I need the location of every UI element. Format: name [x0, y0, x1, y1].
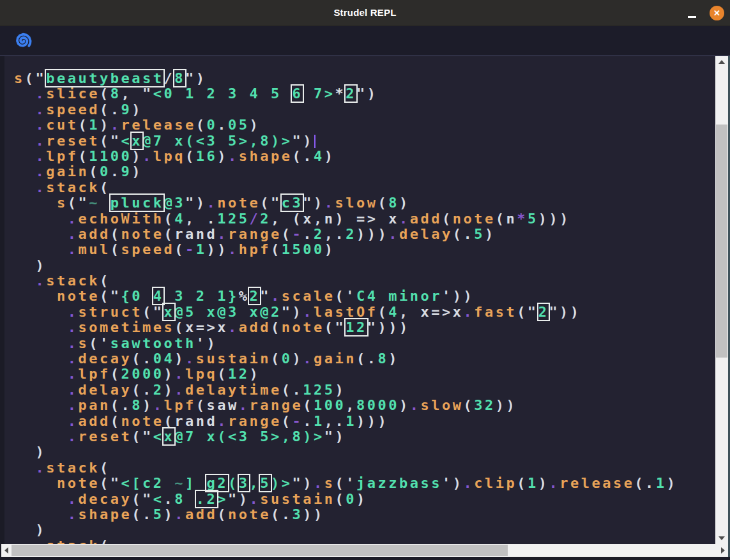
- code-token: 12: [228, 366, 250, 382]
- code-token: [14, 86, 36, 102]
- code-token: (: [89, 163, 100, 179]
- text-cursor: [314, 135, 316, 148]
- code-line[interactable]: .reset("<x@7 x(<3 5>,8)>"): [14, 133, 715, 149]
- code-token: note: [57, 475, 100, 491]
- close-button[interactable]: ✕: [710, 6, 724, 20]
- code-token: scale: [282, 288, 335, 304]
- horizontal-scrollbar[interactable]: [1, 544, 728, 557]
- code-token: 0: [206, 117, 217, 133]
- code-token: >: [217, 491, 228, 507]
- code-token: lpf: [78, 366, 110, 382]
- active-token-highlight: pluck: [110, 195, 164, 211]
- code-line[interactable]: .gain(0.9): [14, 164, 715, 179]
- code-token: 4: [174, 211, 185, 227]
- code-line[interactable]: ): [14, 444, 715, 460]
- code-token: sustain: [196, 351, 271, 367]
- code-token: .: [68, 226, 79, 242]
- code-line[interactable]: note("<[c2 ~] g2(3,5)>").s('jazzbass').c…: [14, 476, 715, 491]
- code-token: (": [25, 70, 47, 86]
- code-token: .: [217, 226, 228, 242]
- scroll-right-arrow-icon[interactable]: [721, 547, 725, 554]
- code-token: shape: [239, 148, 293, 164]
- code-token: (: [217, 366, 228, 382]
- code-token: .: [239, 397, 250, 413]
- code-token: .: [228, 319, 239, 335]
- code-token: gain: [314, 351, 356, 367]
- code-line[interactable]: .mul(speed(-1)).hpf(1500): [14, 242, 715, 257]
- code-token: .: [110, 117, 121, 133]
- code-line[interactable]: .echoWith(4, .125/2, (x,n) => x.add(note…: [14, 211, 715, 227]
- code-line[interactable]: ): [14, 258, 715, 273]
- code-token: (': [335, 288, 356, 304]
- active-token-highlight: 2: [538, 304, 549, 320]
- code-line[interactable]: .pan(.8).lpf(saw.range(100,8000).slow(32…: [14, 398, 715, 413]
- code-line[interactable]: .stack(: [14, 538, 715, 544]
- code-token: <: [121, 133, 132, 149]
- code-line[interactable]: .decay(.04).sustain(0).gain(.8): [14, 351, 715, 367]
- code-token: "): [292, 475, 314, 491]
- code-token: 2: [346, 226, 356, 242]
- scroll-up-arrow-icon[interactable]: [719, 60, 725, 64]
- code-line[interactable]: s("~ pluck@3").note("c3").slow(8): [14, 195, 715, 211]
- scroll-left-arrow-icon[interactable]: [4, 547, 8, 554]
- code-line[interactable]: .reset("<x@7 x(<3 5>,8)>"): [14, 429, 715, 444]
- code-token: note: [217, 195, 260, 211]
- code-line[interactable]: .stack(: [14, 180, 715, 195]
- code-token: (: [228, 475, 239, 491]
- code-line[interactable]: .lpf(1100).lpq(16).shape(.4): [14, 149, 715, 164]
- active-token-highlight: 4: [153, 288, 164, 304]
- code-token: release: [121, 117, 196, 133]
- code-line[interactable]: .speed(.9): [14, 102, 715, 117]
- code-token: 8: [388, 195, 399, 211]
- code-token: .: [68, 366, 79, 382]
- code-line[interactable]: .lpf(2000).lpq(12): [14, 367, 715, 382]
- code-line[interactable]: ): [14, 522, 715, 538]
- code-editor[interactable]: s("beautybeast/8") .slice(8, "<0 1 2 3 4…: [0, 56, 730, 560]
- code-token: .: [142, 148, 153, 164]
- editor-left-edge: [0, 56, 4, 560]
- code-token: 2000: [121, 366, 163, 382]
- code-token: (.: [282, 382, 303, 398]
- code-line[interactable]: .decay("<.8 .2>").sustain(0): [14, 492, 715, 507]
- code-token: (rand: [163, 226, 217, 242]
- code-token: .: [174, 382, 185, 398]
- strudel-logo[interactable]: [13, 31, 33, 50]
- code-area[interactable]: s("beautybeast/8") .slice(8, "<0 1 2 3 4…: [4, 56, 715, 544]
- code-token: .: [36, 148, 47, 164]
- code-token: ): [132, 102, 142, 117]
- code-token: delaytime: [185, 382, 282, 398]
- code-token: [14, 163, 36, 179]
- code-token: .: [36, 538, 47, 544]
- code-line[interactable]: .cut(1).release(0.05): [14, 117, 715, 133]
- code-token: [14, 428, 68, 444]
- code-line[interactable]: .s('sawtooth'): [14, 336, 715, 351]
- active-token-highlight: g2: [206, 475, 228, 491]
- scroll-down-arrow-icon[interactable]: [719, 536, 725, 540]
- code-line[interactable]: .delay(.2).delaytime(.125): [14, 382, 715, 398]
- code-token: .: [303, 304, 314, 320]
- minimize-button[interactable]: [683, 0, 701, 26]
- code-line[interactable]: .struct("x@5 x@3 x@2").lastOf(4, x=>x.fa…: [14, 305, 715, 320]
- code-line[interactable]: .add(note(rand.range(-.1,.1))): [14, 414, 715, 429]
- vertical-scrollbar[interactable]: [715, 56, 728, 544]
- code-line[interactable]: .add(note(rand.range(-.2,.2))).delay(.5): [14, 227, 715, 242]
- code-line[interactable]: .sometimes(x=>x.add(note("12"))): [14, 320, 715, 335]
- code-line[interactable]: .slice(8, "<0 1 2 3 4 5 6 7>*2"): [14, 86, 715, 102]
- code-line[interactable]: s("beautybeast/8"): [14, 71, 715, 86]
- code-token: lpf: [163, 397, 195, 413]
- horizontal-scroll-thumb[interactable]: [11, 545, 508, 556]
- code-line[interactable]: note("{0 4 3 2 1}%2".scale('C4 minor')): [14, 289, 715, 304]
- code-line[interactable]: .stack(: [14, 460, 715, 476]
- code-token: mul: [78, 241, 110, 257]
- code-line[interactable]: .shape(.5).add(note(.3)): [14, 507, 715, 522]
- code-token: lpq: [185, 366, 217, 382]
- code-token: 9: [121, 102, 132, 117]
- code-token: '): [196, 335, 218, 351]
- vertical-scroll-thumb[interactable]: [716, 125, 727, 358]
- code-token: (.: [132, 351, 153, 367]
- code-token: ): [388, 351, 399, 367]
- code-token: 4: [314, 148, 324, 164]
- code-token: (.: [634, 475, 656, 491]
- code-line[interactable]: .stack(: [14, 273, 715, 289]
- code-token: ): [292, 351, 303, 367]
